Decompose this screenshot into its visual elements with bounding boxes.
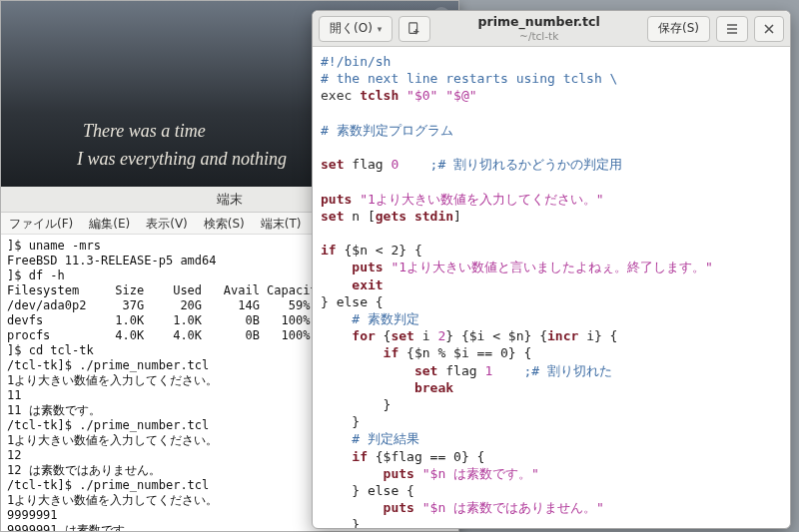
open-button-label: 開く(O) xyxy=(330,20,373,37)
menu-file[interactable]: ファイル(F) xyxy=(1,213,81,234)
menu-view[interactable]: 表示(V) xyxy=(138,213,196,234)
editor-filepath: ~/tcl-tk xyxy=(436,29,641,43)
menu-search[interactable]: 検索(S) xyxy=(196,213,253,234)
editor-code-area[interactable]: #!/bin/sh # the next line restarts using… xyxy=(313,47,790,528)
editor-headerbar: 開く(O) ▾ prime_number.tcl ~/tcl-tk 保存(S) xyxy=(313,11,790,47)
hamburger-menu-button[interactable] xyxy=(716,16,748,42)
document-new-icon xyxy=(407,22,421,36)
banner-line-1: There was a time xyxy=(83,121,206,142)
open-button[interactable]: 開く(O) ▾ xyxy=(319,16,393,42)
hamburger-icon xyxy=(725,22,739,36)
chevron-down-icon: ▾ xyxy=(378,24,383,34)
close-icon xyxy=(763,23,775,35)
menu-terminal[interactable]: 端末(T) xyxy=(253,213,310,234)
editor-window: 開く(O) ▾ prime_number.tcl ~/tcl-tk 保存(S) xyxy=(312,10,791,529)
banner-line-2: I was everything and nothing xyxy=(77,149,287,170)
editor-filename: prime_number.tcl xyxy=(436,15,641,29)
new-tab-button[interactable] xyxy=(399,16,430,42)
menu-edit[interactable]: 編集(E) xyxy=(81,213,138,234)
editor-close-button[interactable] xyxy=(754,16,784,42)
save-button[interactable]: 保存(S) xyxy=(647,16,710,42)
editor-title-block: prime_number.tcl ~/tcl-tk xyxy=(436,15,641,43)
save-button-label: 保存(S) xyxy=(658,20,699,37)
